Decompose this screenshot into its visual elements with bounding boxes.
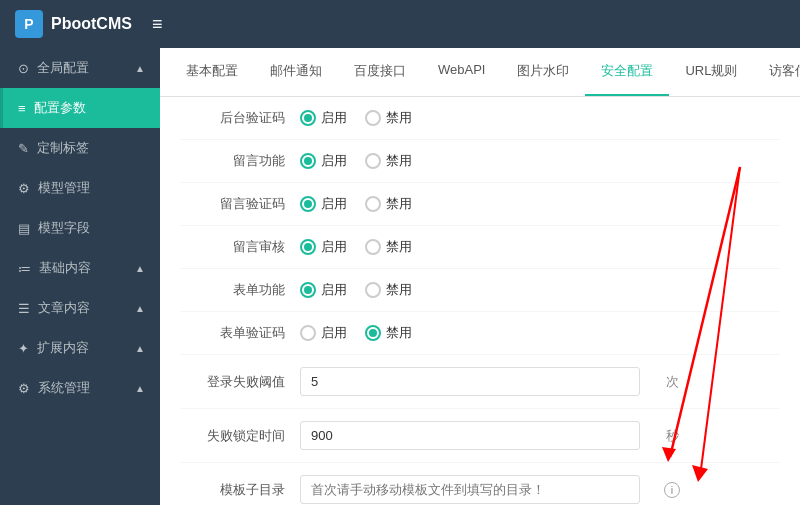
radio-circle-comment-captcha-0 — [300, 196, 316, 212]
radio-group-comment-review: 启用禁用 — [300, 238, 412, 256]
radio-group-backend-captcha: 启用禁用 — [300, 109, 412, 127]
sidebar-icon-sys-mgmt: ⚙ — [18, 381, 30, 396]
sidebar-icon-article-content: ☰ — [18, 301, 30, 316]
radio-label-comment-feature-1: 禁用 — [386, 152, 412, 170]
form-row-template-dir: 模板子目录i — [180, 463, 780, 504]
sidebar-item-article-content[interactable]: ☰ 文章内容 ▲ — [0, 288, 160, 328]
radio-label-form-captcha-0: 启用 — [321, 324, 347, 342]
form-label-comment-captcha: 留言验证码 — [180, 195, 300, 213]
form-row-login-fail-limit: 登录失败阈值次 — [180, 355, 780, 409]
tab-mail[interactable]: 邮件通知 — [254, 48, 338, 96]
logo: P PbootCMS — [15, 10, 132, 38]
sidebar-label-basic-content: 基础内容 — [39, 259, 91, 277]
tab-url[interactable]: URL规则 — [669, 48, 753, 96]
radio-label-comment-captcha-0: 启用 — [321, 195, 347, 213]
tab-baidu[interactable]: 百度接口 — [338, 48, 422, 96]
sidebar-label-model-mgmt: 模型管理 — [38, 179, 90, 197]
sidebar-item-config-params[interactable]: ≡ 配置参数 — [0, 88, 160, 128]
radio-option-form-feature-1[interactable]: 禁用 — [365, 281, 412, 299]
form-label-form-feature: 表单功能 — [180, 281, 300, 299]
radio-label-form-feature-0: 启用 — [321, 281, 347, 299]
radio-option-comment-captcha-0[interactable]: 启用 — [300, 195, 347, 213]
radio-circle-form-captcha-0 — [300, 325, 316, 341]
header: P PbootCMS ≡ — [0, 0, 800, 48]
sidebar-label-sys-mgmt: 系统管理 — [38, 379, 90, 397]
form-label-login-fail-limit: 登录失败阈值 — [180, 373, 300, 391]
sidebar-arrow-sys-mgmt: ▲ — [135, 383, 145, 394]
input-login-fail-limit[interactable] — [300, 367, 640, 396]
sidebar-item-global-config[interactable]: ⊙ 全局配置 ▲ — [0, 48, 160, 88]
sidebar-label-model-fields: 模型字段 — [38, 219, 90, 237]
radio-option-form-captcha-0[interactable]: 启用 — [300, 324, 347, 342]
sidebar: ⊙ 全局配置 ▲ ≡ 配置参数 ✎ 定制标签 ⚙ 模型管理 ▤ 模型字段 ≔ 基… — [0, 48, 160, 505]
radio-circle-comment-review-1 — [365, 239, 381, 255]
info-icon-template-dir[interactable]: i — [664, 482, 680, 498]
sidebar-item-extend-content[interactable]: ✦ 扩展内容 ▲ — [0, 328, 160, 368]
radio-label-backend-captcha-0: 启用 — [321, 109, 347, 127]
sidebar-item-custom-tags[interactable]: ✎ 定制标签 — [0, 128, 160, 168]
radio-label-comment-review-0: 启用 — [321, 238, 347, 256]
radio-option-form-feature-0[interactable]: 启用 — [300, 281, 347, 299]
sidebar-icon-global-config: ⊙ — [18, 61, 29, 76]
radio-option-comment-feature-0[interactable]: 启用 — [300, 152, 347, 170]
radio-circle-comment-captcha-1 — [365, 196, 381, 212]
sidebar-label-custom-tags: 定制标签 — [37, 139, 89, 157]
radio-group-comment-captcha: 启用禁用 — [300, 195, 412, 213]
sidebar-item-model-fields[interactable]: ▤ 模型字段 — [0, 208, 160, 248]
form-label-form-captcha: 表单验证码 — [180, 324, 300, 342]
radio-circle-comment-feature-0 — [300, 153, 316, 169]
form-label-lock-time: 失败锁定时间 — [180, 427, 300, 445]
content-area: 后台验证码启用禁用留言功能启用禁用留言验证码启用禁用留言审核启用禁用表单功能启用… — [160, 97, 800, 504]
radio-label-form-feature-1: 禁用 — [386, 281, 412, 299]
radio-label-form-captcha-1: 禁用 — [386, 324, 412, 342]
form-row-lock-time: 失败锁定时间秒 — [180, 409, 780, 463]
sidebar-arrow-article-content: ▲ — [135, 303, 145, 314]
radio-circle-comment-review-0 — [300, 239, 316, 255]
sidebar-label-article-content: 文章内容 — [38, 299, 90, 317]
form-control-template-dir: i — [300, 475, 680, 504]
radio-circle-form-captcha-1 — [365, 325, 381, 341]
radio-circle-backend-captcha-0 — [300, 110, 316, 126]
sidebar-label-config-params: 配置参数 — [34, 99, 86, 117]
form-label-template-dir: 模板子目录 — [180, 481, 300, 499]
tab-watermark[interactable]: 图片水印 — [501, 48, 585, 96]
input-template-dir[interactable] — [300, 475, 640, 504]
form-row-comment-feature: 留言功能启用禁用 — [180, 140, 780, 183]
tab-webapi[interactable]: WebAPI — [422, 48, 501, 96]
radio-option-backend-captcha-1[interactable]: 禁用 — [365, 109, 412, 127]
sidebar-label-global-config: 全局配置 — [37, 59, 89, 77]
tab-visitor[interactable]: 访客信息 — [753, 48, 800, 96]
radio-option-comment-captcha-1[interactable]: 禁用 — [365, 195, 412, 213]
sidebar-item-basic-content[interactable]: ≔ 基础内容 ▲ — [0, 248, 160, 288]
form-row-backend-captcha: 后台验证码启用禁用 — [180, 97, 780, 140]
sidebar-icon-model-mgmt: ⚙ — [18, 181, 30, 196]
tab-basic[interactable]: 基本配置 — [170, 48, 254, 96]
sidebar-icon-extend-content: ✦ — [18, 341, 29, 356]
logo-icon: P — [15, 10, 43, 38]
radio-option-backend-captcha-0[interactable]: 启用 — [300, 109, 347, 127]
form-control-comment-captcha: 启用禁用 — [300, 195, 412, 213]
form-label-comment-feature: 留言功能 — [180, 152, 300, 170]
radio-option-comment-review-0[interactable]: 启用 — [300, 238, 347, 256]
form-control-backend-captcha: 启用禁用 — [300, 109, 412, 127]
sidebar-item-model-mgmt[interactable]: ⚙ 模型管理 — [0, 168, 160, 208]
sidebar-item-sys-mgmt[interactable]: ⚙ 系统管理 ▲ — [0, 368, 160, 408]
input-suffix-lock-time: 秒 — [666, 427, 679, 445]
radio-label-comment-captcha-1: 禁用 — [386, 195, 412, 213]
form-row-comment-review: 留言审核启用禁用 — [180, 226, 780, 269]
radio-option-comment-feature-1[interactable]: 禁用 — [365, 152, 412, 170]
main-panel: 基本配置邮件通知百度接口WebAPI图片水印安全配置URL规则访客信息 后台验证… — [160, 48, 800, 505]
sidebar-icon-config-params: ≡ — [18, 101, 26, 116]
tab-bar: 基本配置邮件通知百度接口WebAPI图片水印安全配置URL规则访客信息 — [160, 48, 800, 97]
tab-security[interactable]: 安全配置 — [585, 48, 669, 96]
radio-label-backend-captcha-1: 禁用 — [386, 109, 412, 127]
menu-toggle-button[interactable]: ≡ — [152, 14, 163, 35]
form-control-lock-time: 秒 — [300, 421, 679, 450]
sidebar-icon-model-fields: ▤ — [18, 221, 30, 236]
radio-option-form-captcha-1[interactable]: 禁用 — [365, 324, 412, 342]
radio-group-comment-feature: 启用禁用 — [300, 152, 412, 170]
sidebar-icon-custom-tags: ✎ — [18, 141, 29, 156]
form-control-comment-review: 启用禁用 — [300, 238, 412, 256]
radio-option-comment-review-1[interactable]: 禁用 — [365, 238, 412, 256]
input-lock-time[interactable] — [300, 421, 640, 450]
